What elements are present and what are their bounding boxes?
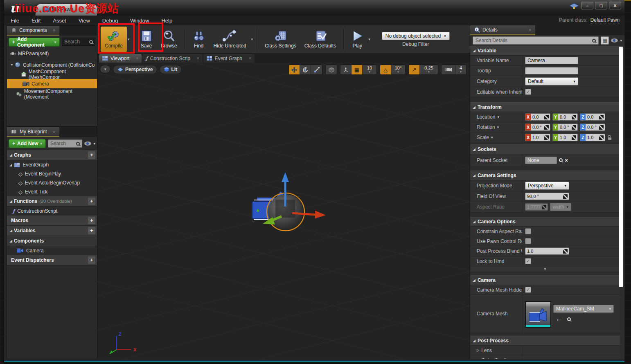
parent-socket-field[interactable]: None [525, 157, 557, 164]
tab-event-graph[interactable]: Event Graph × [203, 54, 255, 63]
details-search-input[interactable] [476, 38, 592, 43]
browse-to-asset-icon[interactable] [567, 317, 571, 321]
property-matrix-button[interactable]: ▦ [601, 36, 609, 45]
add-macro-button[interactable]: + [88, 217, 95, 224]
tab-close-icon[interactable]: × [249, 56, 251, 61]
debug-object-dropdown[interactable]: No debug object selected ▾ [382, 32, 450, 40]
value-spinner-icon[interactable] [544, 115, 549, 119]
menu-view[interactable]: View [79, 18, 90, 24]
translate-tool-button[interactable] [289, 65, 300, 74]
value-spinner-icon[interactable] [572, 125, 576, 130]
perspective-button[interactable]: Perspective [113, 65, 157, 74]
play-options-caret-icon[interactable]: ▾ [368, 37, 370, 41]
sockets-section-header[interactable]: ◢Sockets [470, 144, 620, 154]
lens-row[interactable]: ▷Lens [470, 346, 620, 355]
tree-row-camera[interactable]: Camera [7, 79, 97, 88]
menu-file[interactable]: File [11, 18, 19, 24]
variable-section-header[interactable]: ◢Variable [470, 46, 620, 56]
class-defaults-button[interactable]: Class Defaults [300, 27, 340, 52]
camera-speed-value-button[interactable]: 4 ▾ [455, 65, 466, 74]
surface-snap-button[interactable] [340, 65, 352, 74]
transform-section-header[interactable]: ◢Transform [470, 102, 620, 112]
find-button[interactable]: Find [188, 27, 210, 52]
camera-speed-button[interactable] [442, 65, 455, 74]
post-process-section-header[interactable]: ◢Post Process [470, 336, 620, 346]
variable-name-input[interactable] [525, 57, 578, 64]
location-z-field[interactable]: Z0.0 [580, 113, 605, 121]
tab-close-icon[interactable]: × [197, 56, 199, 61]
event-dispatchers-header[interactable]: Event Dispatchers + [7, 255, 97, 265]
value-spinner-icon[interactable] [599, 125, 604, 130]
scale-snap-value-button[interactable]: 0.25 ▾ [420, 65, 438, 74]
scale-lock-icon[interactable] [607, 135, 612, 140]
rotation-x-field[interactable]: X0.0 ° [525, 124, 550, 131]
socket-clear-icon[interactable]: × [565, 157, 568, 164]
hide-unrelated-button[interactable]: Hide Unrelated [210, 27, 250, 52]
socket-search-icon[interactable] [559, 158, 563, 162]
components-tab-close-icon[interactable]: × [53, 28, 55, 33]
event-beginplay-row[interactable]: ◇ Event BeginPlay [7, 169, 97, 178]
chevron-down-icon[interactable]: ▾ [93, 142, 95, 146]
tab-viewport[interactable]: Viewport × [99, 54, 142, 63]
play-button[interactable]: Play [347, 27, 367, 52]
parent-class-value[interactable]: Default Pawn [590, 17, 620, 23]
value-spinner-icon[interactable] [563, 194, 568, 199]
camera-mesh-hidden-checkbox[interactable]: ✓ [525, 287, 531, 293]
tutorial-cap-icon[interactable] [570, 3, 579, 11]
pawn-control-checkbox[interactable] [525, 238, 531, 244]
components-tab[interactable]: Components × [7, 26, 59, 36]
menu-asset[interactable]: Asset [53, 18, 66, 24]
lock-to-hmd-checkbox[interactable]: ✓ [525, 258, 531, 264]
fov-field[interactable]: 90.0 ° [525, 193, 569, 200]
minimize-button[interactable]: – [581, 2, 593, 9]
camera-section-header[interactable]: ◢Camera [470, 275, 620, 285]
menu-edit[interactable]: Edit [32, 18, 41, 24]
scale-x-field[interactable]: X1.0 [525, 134, 550, 141]
tooltip-input[interactable] [525, 67, 578, 74]
value-spinner-icon[interactable] [563, 249, 568, 254]
scale-snap-button[interactable]: ↗ [409, 65, 420, 74]
camera-variable-row[interactable]: Camera [7, 246, 97, 255]
value-spinner-icon[interactable] [599, 135, 604, 140]
macros-section-header[interactable]: Macros + [7, 216, 97, 226]
add-dispatcher-button[interactable]: + [88, 256, 95, 264]
my-blueprint-search[interactable] [48, 139, 83, 148]
close-button[interactable]: × [609, 2, 621, 9]
category-dropdown[interactable]: Default▾ [525, 77, 578, 85]
functions-section-header[interactable]: ◢ Functions (20 Overridable) + [7, 196, 97, 207]
chevron-down-icon[interactable]: ▾ [491, 135, 493, 139]
event-tick-row[interactable]: ◇ Event Tick [7, 187, 97, 196]
viewport-options-button[interactable]: ▾ [100, 65, 110, 73]
value-spinner-icon[interactable] [599, 115, 604, 119]
hide-unrelated-caret-icon[interactable]: ▾ [251, 37, 253, 41]
camera-mesh-thumbnail[interactable] [525, 301, 551, 328]
visibility-filter-icon[interactable] [84, 142, 91, 146]
show-advanced-expander[interactable]: ▼ [470, 266, 620, 272]
add-function-button[interactable]: + [88, 198, 95, 205]
value-spinner-icon[interactable] [572, 135, 576, 140]
grid-snap-button[interactable]: ▦ [352, 65, 363, 74]
coordinate-space-button[interactable] [326, 65, 337, 74]
maximize-button[interactable]: □ [595, 2, 607, 9]
constructionscript-row[interactable]: ƒ ConstructionScript [7, 207, 97, 216]
lit-button[interactable]: Lit [160, 65, 182, 74]
blend-weight-field[interactable]: 1.0 [525, 247, 569, 255]
tab-close-icon[interactable]: × [136, 56, 138, 61]
camera-mesh-dropdown[interactable]: MatineeCam_SM▾ [553, 305, 614, 313]
display-filter-icon[interactable] [611, 38, 618, 43]
camera-settings-section-header[interactable]: ◢Camera Settings [470, 171, 620, 180]
scale-y-field[interactable]: Y1.0 [552, 134, 578, 141]
rotation-z-field[interactable]: Z0.0 ° [580, 124, 605, 131]
location-x-field[interactable]: X0.0 [525, 113, 550, 121]
menu-debug[interactable]: Debug [102, 18, 118, 24]
components-search-input[interactable] [64, 39, 88, 45]
tree-row-mesh[interactable]: MeshComponent (MeshCompor [7, 70, 97, 79]
camera-options-section-header[interactable]: ◢Camera Options [470, 217, 620, 227]
tree-row-movement[interactable]: MovementComponent (Movement [7, 89, 97, 99]
graphs-section-header[interactable]: ◢ Graphs + [7, 150, 97, 160]
3d-viewport[interactable]: Z X ▾ Perspective Lit [97, 63, 470, 359]
scale-z-field[interactable]: Z1.0 [580, 134, 605, 141]
event-actorbeginoverlap-row[interactable]: ◇ Event ActorBeginOverlap [7, 178, 97, 187]
details-scrollbar[interactable] [619, 47, 623, 287]
expand-arrow-icon[interactable]: ▾ [11, 63, 13, 67]
